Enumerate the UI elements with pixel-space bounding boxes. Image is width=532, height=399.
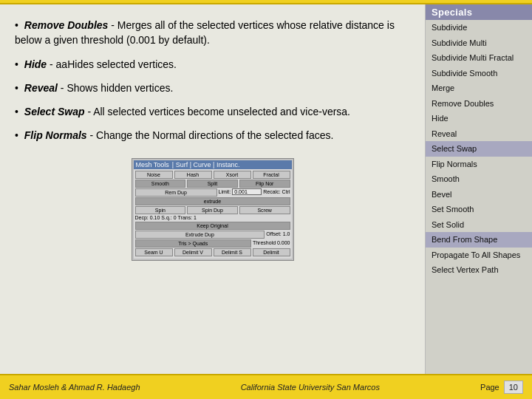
threshold-field: Threshold 0.000 [253,239,290,247]
trans-field: Trans: 1 [178,215,197,220]
footer-bar: Sahar Mosleh & Ahmad R. Hadaegh Californ… [0,374,532,399]
mesh-row-decp: Decp: 0.10 S.q.: 0 Trans: 1 [135,215,290,221]
bullet-text-3: - Shows hidden vertices. [58,82,173,94]
mesh-btn-smooth[interactable]: Smooth [135,180,186,188]
offset-field: Offset: 1.0 [266,231,290,238]
sidebar-item-set-smooth[interactable]: Set Smooth [426,202,532,217]
mesh-btn-delimit[interactable]: Delimit [253,248,290,256]
sidebar-item-remove-doubles[interactable]: Remove Doubles [426,96,532,112]
bullet-text-5: - Change the Normal directions of the se… [87,129,334,141]
content-panel: • Remove Doubles - Merges all of the sel… [0,4,425,374]
keyword-hide: Hide [24,58,47,70]
mesh-row-keep-orig: Keep Original [135,222,290,230]
mesh-btn-noise[interactable]: Noise [135,171,173,179]
mesh-field-recalc: Recalc: Ctrl [263,188,290,196]
sidebar-item-bend-from-shape[interactable]: Bend From Shape [426,232,532,248]
mesh-btn-spin[interactable]: Spin [135,206,186,214]
bullet-dot-5: • [15,129,18,141]
mesh-row-spin: Spin Spin Dup Screw [135,206,290,214]
trans-label: Trans: 1 [178,215,197,220]
bullet-hide: • Hide - aaHides selected vertices. [15,57,410,72]
mesh-btn-delimit-s[interactable]: Delimit S [214,248,251,256]
offset-label: Offset: 1.0 [266,231,290,236]
bullet-select-swap: • Select Swap - All selected vertices be… [15,104,410,119]
mesh-btn-screw[interactable]: Screw [239,206,290,214]
mesh-row-tris: Tris > Quads Threshold 0.000 [135,239,290,248]
mesh-row-1: Noise Hash Xsort Fractal [135,171,290,179]
sq-label: S.q.: 0 [161,215,176,220]
mesh-tools-panel: Mesh Tools | Surf | Curve | Instanc. Noi… [132,158,294,261]
decp-label: Decp: 0.10 [135,215,160,220]
sidebar-item-propagate[interactable]: Propagate To All Shapes [426,248,532,263]
bullet-text-4: - All selected vertices become unselecte… [85,106,351,117]
recalc-label: Recalc: [263,189,280,194]
mesh-btn-xsort[interactable]: Xsort [214,171,251,179]
sidebar: Specials Subdivide Subdivide Multi Subdi… [425,4,532,374]
mesh-tools-content: Noise Hash Xsort Fractal Smooth Split Fl… [134,169,292,259]
bullet-text-2: - aaHides selected vertices. [47,58,177,70]
mesh-btn-hash[interactable]: Hash [174,171,212,179]
sidebar-item-flip-normals[interactable]: Flip Normals [426,157,532,172]
threshold-label: Threshold 0.000 [253,240,290,245]
mesh-row-1b: Smooth Split Flip Nor [135,180,290,188]
bullet-dot-1: • [15,19,18,31]
footer-center: California State University San Marcos [148,383,474,392]
sidebar-item-subdivide-smooth[interactable]: Subdivide Smooth [426,66,532,81]
mesh-btn-rem-dup[interactable]: Rem Dup [135,188,217,197]
sidebar-item-subdivide-multi-fractal[interactable]: Subdivide Multi Fractal [426,50,532,66]
sidebar-item-reveal[interactable]: Reveal [426,126,532,142]
keyword-select-swap: Select Swap [24,106,85,117]
sidebar-item-subdivide[interactable]: Subdivide [426,20,532,35]
sidebar-title: Specials [426,4,532,20]
mesh-tools-subtitle: | Surf | Curve | Instanc. [172,161,240,168]
bullet-dot-2: • [15,58,18,70]
limit-label: Limit: [219,189,231,194]
keyword-reveal: Reveal [24,82,58,94]
sidebar-item-set-solid[interactable]: Set Solid [426,217,532,233]
recalc-value: Ctrl [282,189,290,194]
mesh-row-seam: Seam U Delimit V Delimit S Delimit [135,248,290,256]
mesh-row-extrude-dup: Extrude Dup Offset: 1.0 [135,231,290,239]
bullet-dot-3: • [15,82,18,94]
sidebar-item-merge[interactable]: Merge [426,81,532,96]
mesh-btn-extrude-dup[interactable]: Extrude Dup [135,231,265,239]
page-number: 10 [504,381,523,394]
sidebar-item-bevel[interactable]: Bevel [426,187,532,202]
bullet-dot-4: • [15,106,18,117]
mesh-btn-tris-quads[interactable]: Tris > Quads [135,239,251,248]
mesh-field-limit: Limit: [219,188,262,196]
mesh-row-2: Rem Dup Limit: Recalc: Ctrl [135,188,290,197]
keyword-remove-doubles: Remove Doubles [24,19,109,31]
mesh-btn-delimit-v[interactable]: Delimit V [174,248,212,256]
sidebar-item-select-vertex-path[interactable]: Select Vertex Path [426,262,532,278]
mesh-btn-keep-original[interactable]: Keep Original [135,222,290,230]
sq-field: S.q.: 0 [161,215,176,220]
footer-right: Page 10 [480,381,523,394]
sidebar-item-select-swap[interactable]: Select Swap [426,141,532,157]
limit-input[interactable] [232,188,262,195]
sidebar-item-hide[interactable]: Hide [426,111,532,126]
bullet-reveal: • Reveal - Shows hidden vertices. [15,81,410,95]
mesh-btn-spin-dup[interactable]: Spin Dup [187,206,238,214]
mesh-btn-seam-u[interactable]: Seam U [135,248,173,256]
sidebar-item-subdivide-multi[interactable]: Subdivide Multi [426,35,532,51]
mesh-row-extrude-label: extrude [135,197,290,205]
bullet-remove-doubles: • Remove Doubles - Merges all of the sel… [15,18,410,48]
mesh-tools-title: Mesh Tools [136,161,169,168]
decp-field: Decp: 0.10 [135,215,160,220]
page-label: Page [480,383,499,392]
main-area: • Remove Doubles - Merges all of the sel… [0,4,532,374]
mesh-btn-split[interactable]: Split [187,180,238,188]
keyword-flip-normals: Flip Normals [24,129,87,141]
mesh-btn-flip-nor[interactable]: Flip Nor [239,180,290,188]
sidebar-item-smooth[interactable]: Smooth [426,171,532,187]
footer-left: Sahar Mosleh & Ahmad R. Hadaegh [9,383,140,392]
mesh-tools-header: Mesh Tools | Surf | Curve | Instanc. [134,160,292,169]
screenshot-area: Mesh Tools | Surf | Curve | Instanc. Noi… [15,158,410,261]
mesh-btn-fractal[interactable]: Fractal [253,171,290,179]
mesh-btn-extrude-section: extrude [135,197,290,205]
bullet-flip-normals: • Flip Normals - Change the Normal direc… [15,128,410,143]
